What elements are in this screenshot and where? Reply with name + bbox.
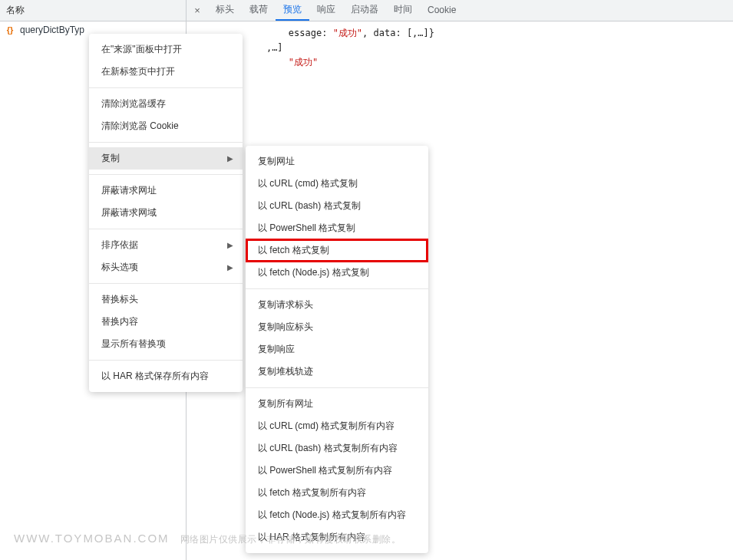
menu-separator: [246, 288, 428, 289]
menu-copy-curl-bash[interactable]: 以 cURL (bash) 格式复制: [246, 195, 428, 217]
menu-copy-all-powershell[interactable]: 以 PowerShell 格式复制所有内容: [246, 460, 428, 482]
menu-copy-all-urls[interactable]: 复制所有网址: [246, 393, 428, 415]
menu-copy-all-curl-bash[interactable]: 以 cURL (bash) 格式复制所有内容: [246, 437, 428, 460]
menu-separator: [89, 229, 243, 229]
menu-override-headers[interactable]: 替换标头: [89, 288, 243, 311]
request-name: queryDictByTyp: [20, 25, 84, 35]
menu-copy-response-headers[interactable]: 复制响应标头: [246, 316, 428, 338]
tab-initiator[interactable]: 启动器: [343, 0, 386, 21]
watermark-site: www.toymoban.com: [14, 532, 170, 545]
menu-copy-label: 复制: [101, 152, 120, 165]
menu-copy-stack-trace[interactable]: 复制堆栈轨迹: [246, 361, 428, 383]
menu-open-in-sources[interactable]: 在"来源"面板中打开: [89, 38, 243, 61]
tab-headers[interactable]: 标头: [208, 0, 242, 21]
menu-separator: [89, 87, 243, 88]
detail-tabs: × 标头 载荷 预览 响应 启动器 时间 Cookie: [187, 0, 733, 21]
menu-copy-url[interactable]: 复制网址: [246, 150, 428, 173]
menu-clear-cache[interactable]: 清除浏览器缓存: [89, 93, 243, 115]
tab-response[interactable]: 响应: [309, 0, 343, 21]
menu-copy-all-curl-cmd[interactable]: 以 cURL (cmd) 格式复制所有内容: [246, 415, 428, 437]
menu-separator: [89, 360, 243, 361]
menu-block-url[interactable]: 屏蔽请求网址: [89, 180, 243, 202]
context-menu-copy-submenu: 复制网址 以 cURL (cmd) 格式复制 以 cURL (bash) 格式复…: [246, 146, 428, 553]
menu-block-domain[interactable]: 屏蔽请求网域: [89, 202, 243, 224]
chevron-right-icon: ▶: [227, 241, 233, 249]
context-menu-primary: 在"来源"面板中打开 在新标签页中打开 清除浏览器缓存 清除浏览器 Cookie…: [89, 34, 243, 392]
menu-copy-request-headers[interactable]: 复制请求标头: [246, 294, 428, 316]
menu-show-all-overrides[interactable]: 显示所有替换项: [89, 333, 243, 355]
watermark-text: 网络图片仅供展示，非存储，如有侵权请联系删除。: [180, 533, 401, 546]
menu-copy-fetch-nodejs[interactable]: 以 fetch (Node.js) 格式复制: [246, 262, 428, 284]
menu-copy-all-fetch[interactable]: 以 fetch 格式复制所有内容: [246, 482, 428, 504]
menu-header-options-label: 标头选项: [101, 261, 138, 274]
menu-save-har[interactable]: 以 HAR 格式保存所有内容: [89, 365, 243, 387]
menu-copy-fetch[interactable]: 以 fetch 格式复制: [246, 239, 428, 262]
menu-sort-by[interactable]: 排序依据 ▶: [89, 234, 243, 256]
menu-copy-powershell[interactable]: 以 PowerShell 格式复制: [246, 217, 428, 239]
menu-separator: [89, 174, 243, 175]
menu-header-options[interactable]: 标头选项 ▶: [89, 256, 243, 278]
tab-payload[interactable]: 载荷: [242, 0, 276, 21]
menu-separator: [89, 142, 243, 143]
tab-timing[interactable]: 时间: [386, 0, 420, 21]
column-header-name: 名称: [0, 0, 187, 21]
json-icon: {}: [5, 25, 15, 35]
menu-override-content[interactable]: 替换内容: [89, 311, 243, 333]
watermark: www.toymoban.com 网络图片仅供展示，非存储，如有侵权请联系删除。: [14, 532, 401, 546]
menu-copy[interactable]: 复制 ▶: [89, 147, 243, 170]
menu-separator: [89, 283, 243, 284]
chevron-right-icon: ▶: [227, 154, 233, 163]
menu-copy-curl-cmd[interactable]: 以 cURL (cmd) 格式复制: [246, 173, 428, 195]
menu-copy-all-fetch-nodejs[interactable]: 以 fetch (Node.js) 格式复制所有内容: [246, 504, 428, 526]
close-icon[interactable]: ×: [187, 0, 208, 21]
chevron-right-icon: ▶: [227, 263, 233, 272]
tab-preview[interactable]: 预览: [276, 0, 309, 21]
menu-open-in-new-tab[interactable]: 在新标签页中打开: [89, 61, 243, 83]
tab-cookies[interactable]: Cookie: [420, 0, 464, 21]
menu-clear-cookies[interactable]: 清除浏览器 Cookie: [89, 115, 243, 137]
menu-sort-by-label: 排序依据: [101, 239, 138, 252]
header-bar: 名称 × 标头 载荷 预览 响应 启动器 时间 Cookie: [0, 0, 733, 21]
menu-copy-response[interactable]: 复制响应: [246, 338, 428, 361]
menu-separator: [246, 387, 428, 388]
